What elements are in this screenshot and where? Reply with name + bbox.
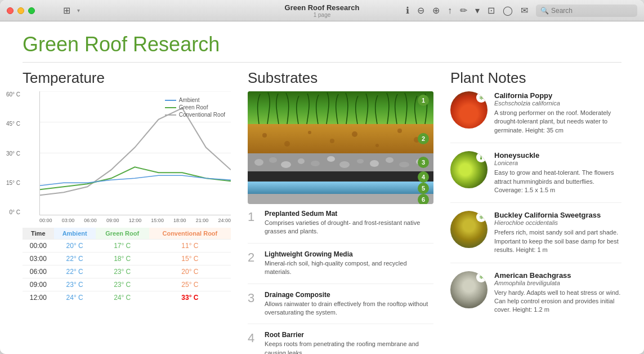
maximize-button[interactable] [28,7,35,14]
plant-description: A strong performer on the roof. Moderate… [494,109,621,135]
table-row: 09:00 23° C 23° C 25° C [23,278,231,291]
cell-green: 17° C [96,240,149,253]
x-label-1200: 12:00 [129,218,142,223]
x-label-2400: 24:00 [218,218,231,223]
chevron-down-icon[interactable]: ▾ [77,7,80,14]
svg-point-18 [298,158,305,164]
temperature-section: Temperature 0° C 15° C 30° C 45° C 60° C [23,69,231,354]
cell-time: 09:00 [23,278,54,291]
substrate-num: 4 [248,331,259,354]
markup-icon[interactable]: ✉ [521,5,528,16]
cell-conv: 33° C [149,291,231,304]
plant-name: Buckley California Sweetgrass [494,211,621,219]
annotate-icon[interactable]: ✏ [460,5,467,16]
plant-photo: ❄ [450,211,488,248]
cell-green: 23° C [96,278,149,291]
svg-point-11 [375,144,379,147]
legend-green-line [165,107,176,108]
resize-icon[interactable]: ⊡ [488,5,495,16]
substrates-diagram: 1 [248,91,433,204]
layer-3-gravel: 3 [248,153,433,171]
svg-rect-28 [248,182,433,194]
x-label-1800: 18:00 [173,218,186,223]
svg-rect-5 [248,124,433,153]
search-input[interactable] [551,7,630,15]
table-row: 06:00 22° C 23° C 20° C [23,266,231,278]
svg-point-19 [311,161,320,166]
page-title: Green Roof Research [23,33,621,63]
substrate-text: Preplanted Sedum Mat Comprises varieties… [265,210,433,236]
plant-description: Prefers rich, moist sandy soil and part … [494,228,621,254]
document-title: Green Roof Research [285,3,360,12]
list-item: ❄ California Poppy Eschscholzia californ… [450,91,621,143]
zoom-in-icon[interactable]: ⊕ [432,5,440,16]
plant-photo: ❄ [450,91,488,129]
plant-info: California Poppy Eschscholzia californic… [494,91,621,135]
substrate-title: Preplanted Sedum Mat [265,210,433,218]
x-label-2100: 21:00 [196,218,209,223]
col-conv: Conventional Roof [149,228,231,240]
cell-ambient: 23° C [54,278,96,291]
close-button[interactable] [7,7,14,14]
svg-point-10 [352,131,357,137]
svg-point-15 [254,159,263,166]
layer-4-membrane: 4 [248,171,433,182]
legend-conv-label: Conventional Roof [179,112,225,118]
sidebar-toggle-icon[interactable]: ⊞ [63,5,70,16]
plant-status-icon: ❄ [476,92,486,103]
cell-green: 23° C [96,266,149,278]
substrate-text: Drainage Composite Allows rainwater to d… [265,291,433,317]
grass-svg [248,91,433,124]
zoom-out-icon[interactable]: ⊖ [417,5,424,16]
svg-point-25 [399,162,409,167]
layer-6-concrete: 6 [248,194,433,204]
user-icon[interactable]: ◯ [503,5,513,16]
temperature-title: Temperature [23,69,231,87]
x-axis-labels: 00:00 03:00 06:00 09:00 12:00 15:00 18:0… [39,218,231,223]
substrate-text: Lightweight Growing Media Mineral-rich s… [265,250,433,277]
plant-info: American Beachgrass Ammophila breviligul… [494,271,621,315]
titlebar: ⊞ ▾ Green Roof Research 1 page ℹ ⊖ ⊕ ↑ ✏… [0,0,644,21]
svg-point-24 [386,157,393,163]
y-label-60: 60° C [6,91,20,98]
svg-point-21 [339,161,350,168]
cell-conv: 25° C [149,278,231,291]
svg-point-6 [262,133,267,138]
legend-conv-line [165,114,176,116]
plant-description: Very hardy. Adapts well to heat stress o… [494,289,621,315]
svg-point-8 [308,131,311,134]
cell-ambient: 20° C [54,240,96,253]
col-green: Green Roof [96,228,149,240]
layer-num-2: 2 [418,133,429,144]
plant-name: American Beachgrass [494,271,621,280]
x-label-0000: 00:00 [39,218,52,223]
info-icon[interactable]: ℹ [406,5,409,16]
plant-scientific: Hierochloe occidentalis [494,219,621,226]
y-label-15: 15° C [6,180,20,186]
toolbar-chevron-icon[interactable]: ▾ [475,5,480,16]
search-box[interactable]: 🔍 [536,5,637,17]
table-row: 00:00 20° C 17° C 11° C [23,240,231,253]
svg-point-9 [330,139,334,143]
plant-info: Buckley California Sweetgrass Hierochloe… [494,211,621,254]
legend-ambient: Ambient [165,97,225,103]
substrate-description: Comprises varieties of drought- and fros… [265,219,433,236]
temperature-chart: Ambient Green Roof Conventional Roof [39,91,231,215]
list-item: 4 Root Barrier Keeps roots from penetrat… [248,331,433,354]
share-icon[interactable]: ↑ [448,6,452,16]
plant-scientific: Eschscholzia californica [494,100,621,107]
legend-green-label: Green Roof [179,104,208,110]
plant-name: Honeysuckle [494,151,621,160]
svg-point-22 [357,159,364,163]
table-row: 03:00 22° C 18° C 15° C [23,253,231,266]
svg-point-20 [327,156,335,162]
substrate-num: 3 [248,291,259,317]
minimize-button[interactable] [17,7,24,14]
substrate-list: 1 Preplanted Sedum Mat Comprises varieti… [248,210,433,354]
plant-name: California Poppy [494,91,621,100]
x-label-1500: 15:00 [151,218,164,223]
svg-point-23 [370,160,379,167]
x-label-0600: 06:00 [84,218,97,223]
col-ambient: Ambient [54,228,96,240]
layer-2-soil: 2 [248,124,433,153]
